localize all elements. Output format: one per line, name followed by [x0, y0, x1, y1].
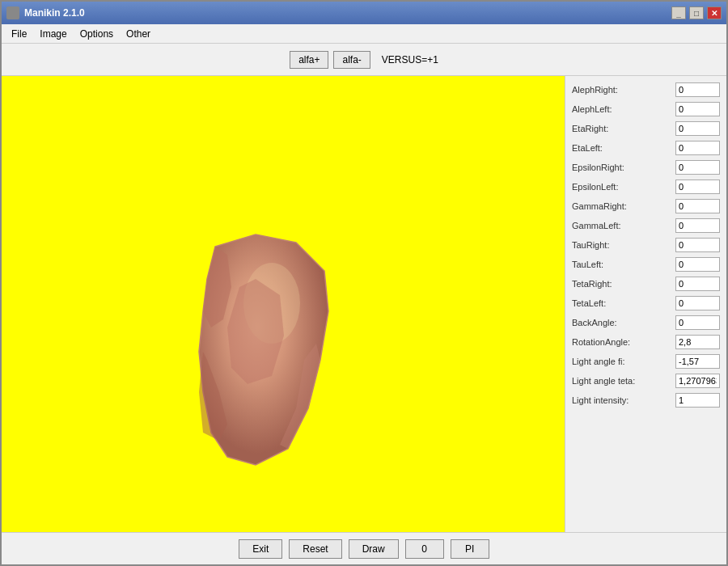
toolbar: alfa+ alfa- VERSUS=+1	[2, 44, 726, 76]
maximize-button[interactable]: □	[689, 6, 704, 19]
param-row-tau-right: TauRight:	[569, 238, 723, 252]
param-input-back-angle[interactable]	[675, 315, 720, 330]
param-row-epsilon-left: EpsilonLeft:	[569, 180, 723, 194]
param-row-tau-left: TauLeft:	[569, 257, 723, 272]
param-label-eta-right: EtaRight:	[572, 124, 675, 133]
main-content: AlephRight:AlephLeft:EtaRight:EtaLeft:Ep…	[2, 76, 726, 532]
zero-button[interactable]: 0	[405, 539, 444, 559]
menu-image[interactable]: Image	[33, 27, 73, 41]
param-row-teta-right: TetaRight:	[569, 277, 723, 291]
draw-button[interactable]: Draw	[349, 539, 399, 559]
app-icon	[6, 6, 19, 19]
param-label-eta-left: EtaLeft:	[572, 143, 675, 153]
window-title: Manikin 2.1.0	[24, 7, 85, 19]
menu-other[interactable]: Other	[120, 27, 157, 41]
param-row-light-angle-fi: Light angle fi:	[569, 354, 723, 369]
param-input-tau-left[interactable]	[675, 257, 720, 272]
param-input-epsilon-left[interactable]	[675, 180, 720, 194]
bottom-bar: ExitResetDraw0PI	[2, 532, 726, 564]
param-row-back-angle: BackAngle:	[569, 315, 723, 330]
param-row-aleph-left: AlephLeft:	[569, 102, 723, 116]
param-row-gamma-left: GammaLeft:	[569, 218, 723, 233]
param-row-light-intensity: Light intensity:	[569, 393, 723, 408]
pi-button[interactable]: PI	[451, 539, 489, 559]
canvas-area	[2, 76, 565, 532]
param-label-tau-right: TauRight:	[572, 240, 675, 250]
main-window: Manikin 2.1.0 _ □ ✕ File Image Options O…	[0, 0, 728, 566]
param-label-epsilon-left: EpsilonLeft:	[572, 182, 675, 192]
param-input-tau-right[interactable]	[675, 238, 720, 252]
param-label-light-intensity: Light intensity:	[572, 395, 675, 405]
param-label-aleph-left: AlephLeft:	[572, 104, 675, 114]
param-input-light-angle-fi[interactable]	[675, 354, 720, 369]
title-bar: Manikin 2.1.0 _ □ ✕	[2, 2, 726, 24]
param-input-teta-left[interactable]	[675, 296, 720, 310]
param-input-gamma-left[interactable]	[675, 218, 720, 233]
menu-bar: File Image Options Other	[2, 24, 726, 44]
param-label-light-angle-teta: Light angle teta:	[572, 376, 675, 386]
param-input-epsilon-right[interactable]	[675, 160, 720, 175]
param-input-rotation-angle[interactable]	[675, 335, 720, 349]
menu-options[interactable]: Options	[74, 27, 120, 41]
param-label-aleph-right: AlephRight:	[572, 85, 675, 95]
versus-label: VERSUS=+1	[382, 54, 438, 65]
param-input-teta-right[interactable]	[675, 277, 720, 291]
param-row-eta-left: EtaLeft:	[569, 141, 723, 155]
param-label-gamma-left: GammaLeft:	[572, 221, 675, 230]
param-label-teta-left: TetaLeft:	[572, 298, 675, 308]
param-row-light-angle-teta: Light angle teta:	[569, 374, 723, 388]
param-input-eta-left[interactable]	[675, 141, 720, 155]
menu-file[interactable]: File	[5, 27, 33, 41]
minimize-button[interactable]: _	[671, 6, 686, 19]
exit-button[interactable]: Exit	[239, 539, 282, 559]
ear-svg	[167, 222, 361, 481]
param-label-light-angle-fi: Light angle fi:	[572, 357, 675, 366]
alfa-plus-button[interactable]: alfa+	[290, 51, 328, 69]
ear-model	[167, 222, 361, 484]
param-row-rotation-angle: RotationAngle:	[569, 335, 723, 349]
param-input-gamma-right[interactable]	[675, 199, 720, 213]
param-label-teta-right: TetaRight:	[572, 279, 675, 289]
param-input-light-intensity[interactable]	[675, 393, 720, 408]
param-label-rotation-angle: RotationAngle:	[572, 337, 675, 347]
param-label-back-angle: BackAngle:	[572, 318, 675, 327]
close-button[interactable]: ✕	[707, 6, 722, 19]
param-row-gamma-right: GammaRight:	[569, 199, 723, 213]
param-label-tau-left: TauLeft:	[572, 260, 675, 269]
param-input-aleph-right[interactable]	[675, 82, 720, 97]
param-label-gamma-right: GammaRight:	[572, 201, 675, 211]
alfa-minus-button[interactable]: alfa-	[333, 51, 370, 69]
right-panel: AlephRight:AlephLeft:EtaRight:EtaLeft:Ep…	[565, 76, 726, 532]
param-input-eta-right[interactable]	[675, 121, 720, 136]
param-row-teta-left: TetaLeft:	[569, 296, 723, 310]
param-input-light-angle-teta[interactable]	[675, 374, 720, 388]
reset-button[interactable]: Reset	[289, 539, 341, 559]
param-row-aleph-right: AlephRight:	[569, 82, 723, 97]
param-row-epsilon-right: EpsilonRight:	[569, 160, 723, 175]
param-input-aleph-left[interactable]	[675, 102, 720, 116]
param-label-epsilon-right: EpsilonRight:	[572, 163, 675, 172]
param-row-eta-right: EtaRight:	[569, 121, 723, 136]
